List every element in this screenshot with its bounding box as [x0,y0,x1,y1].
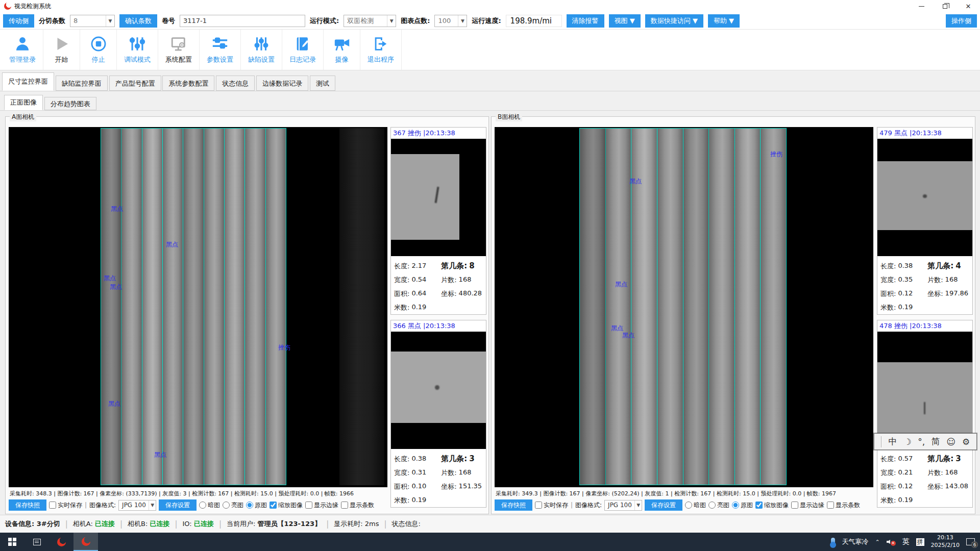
image-format-select[interactable]: JPG 100▼ [118,500,156,511]
volume-muted-icon[interactable]: ✕ [887,538,896,545]
tab-defect-monitor[interactable]: 缺陷监控界面 [56,76,108,91]
ime-language-indicator[interactable]: 英 [902,537,910,546]
system-tray: 天气寒冷 ⌃ ✕ 英 拼 20:132025/2/10 6 [831,533,980,551]
start-button[interactable]: 开始 [43,30,80,70]
windows-start-icon [8,538,16,546]
ime-emoji-icon[interactable]: ☺ [946,437,955,447]
camera-a-status-value: 已连接 [95,520,115,528]
defect-info-block[interactable]: 479 黑点 |20:13:38 长度:0.38第几条:4 宽度:0.35片数:… [877,127,973,315]
defect-info-block[interactable]: 366 黑点 |20:13:38 长度:0.38第几条:3 宽度:0.31片数:… [390,320,486,508]
icon-label: 退出程序 [368,55,394,64]
run-mode-select[interactable]: 双面检测 ▼ [344,15,396,27]
minimize-button[interactable] [910,0,933,12]
save-settings-button[interactable]: 保存设置 [159,499,197,511]
tab-distribution-trend-chart[interactable]: 分布趋势图表 [44,97,96,110]
show-count-checkbox[interactable]: 显示条数 [341,501,374,510]
slit-count-select[interactable]: 8 ▼ [70,15,115,27]
debug-mode-button[interactable]: 调试模式 [117,30,158,70]
defect-thumbnail [391,332,486,449]
field-label: 坐标: [927,289,943,298]
zoom-image-checkbox[interactable]: 缩放图像 [755,501,789,510]
slit-count-label: 分切条数 [39,16,65,26]
zoom-image-checkbox[interactable]: 缩放图像 [270,501,303,510]
field-value: 0.35 [898,276,913,285]
ime-simplified-icon[interactable]: 简 [932,436,940,447]
log-record-button[interactable]: 日志记录 [282,30,324,70]
tab-edge-data-record[interactable]: 边缘数据记录 [256,76,308,91]
data-quick-access-button[interactable]: 数据快捷访问 ▼ [645,14,703,28]
running-app-button[interactable] [74,533,98,551]
help-menu-button[interactable]: 帮助 ▼ [708,14,740,28]
tab-front-image[interactable]: 正面图像 [4,95,43,110]
field-value: 168 [459,276,472,285]
divider: | [85,502,87,509]
show-edge-checkbox[interactable]: 显示边缘 [305,501,338,510]
show-count-checkbox[interactable]: 显示条数 [827,501,860,510]
field-value: 143.08 [945,482,969,491]
save-settings-button[interactable]: 保存设置 [645,499,682,511]
ime-chinese-mode[interactable]: 中 [888,436,897,447]
dark-image-radio[interactable]: 暗图 [685,501,706,510]
capture-button[interactable]: 摄像 [324,30,360,70]
show-edge-checkbox[interactable]: 显示边缘 [791,501,824,510]
start-button[interactable] [0,533,24,551]
roll-number-input[interactable] [180,15,305,27]
field-value: 197.86 [945,289,969,298]
close-button[interactable]: ✕ [957,0,980,12]
chart-points-select[interactable]: 100 ▼ [434,15,467,27]
ime-settings-gear-icon[interactable]: ⚙ [962,437,970,447]
tab-size-monitor[interactable]: 尺寸监控界面 [2,72,54,91]
chevron-down-icon: ▼ [106,15,114,27]
clear-alarm-button[interactable]: 清除报警 [567,14,604,28]
original-image-radio[interactable]: 原图 [246,501,267,510]
app-window: 视觉检测系统 ✕ 传动侧 分切条数 8 ▼ 确认条数 卷号 运行模式: 双面检测… [0,0,980,551]
ime-punctuation-icon[interactable]: °, [918,437,925,447]
taskbar-clock[interactable]: 20:132025/2/10 [931,534,960,549]
camera-a-status-label: 相机A: [73,520,93,528]
realtime-save-checkbox[interactable]: 实时保存 [535,501,568,510]
admin-login-button[interactable]: 管理登录 [2,30,43,70]
field-label: 坐标: [927,482,943,491]
save-snapshot-button[interactable]: 保存快照 [9,499,46,511]
tab-product-model-config[interactable]: 产品型号配置 [109,76,161,91]
stop-button[interactable]: 停止 [80,30,117,70]
defect-info-block[interactable]: 367 挫伤 |20:13:38 长度:2.17第几条:8 宽度:0.54片数:… [390,127,486,315]
tab-test[interactable]: 测试 [310,76,335,91]
operator-side-button[interactable]: 操作侧 [946,14,977,28]
camera-a-stats: 采集耗时: 348.3 | 图像计数: 167 | 像素坐标: (333,713… [10,490,388,497]
bright-image-radio[interactable]: 亮图 [708,501,729,510]
system-config-button[interactable]: 系统配置 [158,30,200,70]
field-value: 4 [955,261,961,271]
param-settings-button[interactable]: 参数设置 [200,30,241,70]
tab-status-info[interactable]: 状态信息 [216,76,255,91]
dark-image-radio[interactable]: 暗图 [199,501,220,510]
view-menu-button[interactable]: 视图 ▼ [609,14,641,28]
ime-pinyin-indicator[interactable]: 拼 [916,538,924,546]
defect-info-block[interactable]: 478 挫伤 |20:13:38 长度:0.57第几条:3 宽度:0.21片数:… [877,320,973,508]
drag-handle[interactable] [881,436,882,447]
play-icon [53,35,70,53]
weather-text[interactable]: 天气寒冷 [842,537,868,546]
tab-system-param-config[interactable]: 系统参数配置 [162,76,214,91]
restore-button[interactable] [933,0,957,12]
dim-band [339,128,384,485]
save-snapshot-button[interactable]: 保存快照 [495,499,532,511]
run-mode-value: 双面检测 [347,16,383,26]
original-image-radio[interactable]: 原图 [732,501,753,510]
defect-settings-button[interactable]: 缺陷设置 [241,30,282,70]
confirm-count-button[interactable]: 确认条数 [119,14,157,28]
notification-center-icon[interactable]: 6 [966,538,975,545]
exit-program-button[interactable]: 退出程序 [360,30,402,70]
camera-b-stats: 采集耗时: 349.3 | 图像计数: 167 | 像素坐标: (5202,24… [496,490,874,497]
defect-header: 367 挫伤 |20:13:38 [391,128,486,139]
image-format-select[interactable]: JPG 100▼ [604,500,642,511]
task-view-button[interactable] [24,533,49,551]
realtime-save-checkbox[interactable]: 实时保存 [49,501,82,510]
hidden-icons-chevron[interactable]: ⌃ [875,539,879,545]
defect-label: 黑点 [104,274,116,283]
bright-image-radio[interactable]: 亮图 [223,501,243,510]
checkbox-label: 显示条数 [350,501,374,510]
ime-moon-icon[interactable]: ☽ [903,437,911,447]
drive-side-button[interactable]: 传动侧 [3,14,34,28]
pinned-app-button[interactable] [49,533,74,551]
